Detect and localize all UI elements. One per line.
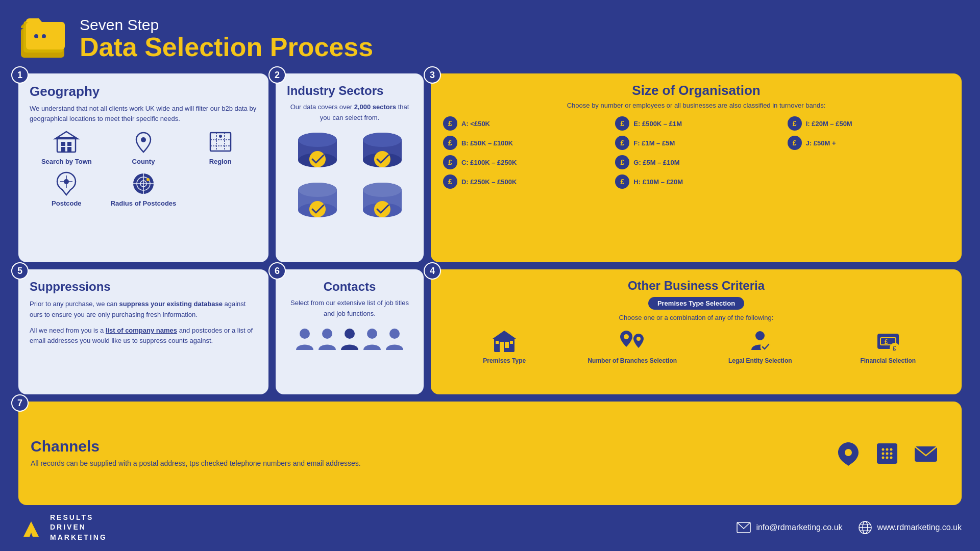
financial-icon: £ £: [875, 329, 901, 354]
svg-point-4: [42, 34, 46, 38]
step6-title: Contacts: [287, 280, 412, 294]
band-a-label: A: <£50K: [461, 120, 490, 128]
footer-website: www.rdmarketing.co.uk: [877, 523, 962, 532]
geo-item-county: County: [107, 129, 181, 165]
contacts-panel: 6 Contacts Select from our extensive lis…: [276, 269, 424, 394]
step6-desc: Select from our extensive list of job ti…: [287, 298, 412, 319]
pound-icon-h: £: [615, 174, 629, 189]
svg-point-75: [890, 452, 893, 455]
criteria-grid: Premises Type Number of Branches Selecti…: [443, 329, 949, 364]
phone-icon: [874, 440, 900, 467]
criteria-branches: Number of Branches Selection: [571, 329, 694, 364]
svg-rect-9: [67, 147, 71, 152]
svg-rect-55: [505, 342, 509, 348]
suppressions-panel: 5 Suppressions Prior to any purchase, we…: [18, 269, 268, 394]
band-h: £H: £10M – £20M: [615, 174, 777, 189]
svg-rect-57: [510, 341, 513, 344]
footer-logo: RESULTSDRIVENMARKETING: [18, 513, 107, 543]
svg-point-59: [636, 337, 641, 341]
channels-panel: 7 Channels All records can be supplied w…: [18, 402, 962, 505]
geo-county-label: County: [132, 158, 155, 165]
footer: RESULTSDRIVENMARKETING info@rdmarketing.…: [18, 512, 962, 543]
rdm-logo-icon: [18, 517, 44, 538]
band-i-label: I: £20M – £50M: [806, 120, 852, 128]
step7-desc: All records can be supplied with a posta…: [31, 458, 820, 469]
svg-marker-53: [493, 331, 516, 339]
geo-item-radius: Radius of Postcodes: [107, 170, 181, 207]
step5-highlight2: list of company names: [106, 327, 177, 334]
footer-globe-icon: [858, 520, 872, 535]
pound-icon-f: £: [615, 136, 629, 150]
geo-town-label: Search by Town: [41, 158, 92, 165]
database-check-icon-3: [292, 180, 343, 226]
pound-icon-b: £: [443, 136, 457, 150]
step7-title: Channels: [31, 438, 820, 455]
band-c: £C: £100K – £250K: [443, 155, 605, 169]
band-d-label: D: £250K – £500K: [461, 178, 517, 186]
geo-item-town: Search by Town: [30, 129, 104, 165]
band-empty-2: [788, 174, 949, 189]
svg-rect-8: [61, 147, 65, 152]
footer-contacts: info@rdmarketing.co.uk www.rdmarketing.c…: [737, 520, 962, 535]
header-title: Data Selection Process: [80, 34, 373, 60]
postal-icon: [835, 440, 862, 467]
svg-text:£: £: [885, 338, 888, 345]
person-icon-2: [317, 327, 337, 352]
header: Seven Step Data Selection Process: [18, 10, 962, 66]
criteria-legal: Legal Entity Selection: [699, 329, 822, 364]
pound-icon-e: £: [615, 116, 629, 131]
svg-point-45: [363, 183, 402, 197]
svg-point-11: [141, 137, 146, 142]
band-g-label: G: £5M – £10M: [633, 159, 679, 166]
location-icon: [130, 129, 157, 155]
step7-badge: 7: [11, 394, 29, 412]
step1-title: Geography: [30, 84, 257, 99]
geo-radius-label: Radius of Postcodes: [111, 199, 177, 207]
email-icon: [913, 440, 939, 467]
svg-point-71: [886, 448, 889, 450]
step5-highlight1: suppress your existing database: [119, 300, 223, 308]
footer-email-icon: [737, 522, 751, 533]
db-icon-3: [287, 180, 348, 226]
svg-point-60: [755, 331, 765, 340]
logo-text: RESULTSDRIVENMARKETING: [50, 513, 107, 543]
db-icon-2: [352, 130, 412, 176]
svg-point-76: [882, 456, 885, 459]
radar-icon: [130, 170, 157, 197]
legal-icon: [747, 329, 773, 354]
svg-point-49: [345, 329, 355, 339]
step2-desc: Our data covers over 2,000 sectors that …: [287, 102, 412, 123]
person-icon-4: [362, 327, 382, 352]
pound-icon-g: £: [615, 155, 629, 169]
header-subtitle: Seven Step: [80, 16, 373, 34]
pound-icon-j: £: [788, 136, 802, 150]
database-check-icon-1: [292, 130, 343, 176]
band-h-label: H: £10M – £20M: [633, 178, 683, 186]
database-check-icon-2: [357, 130, 408, 176]
premises-icon: [492, 329, 517, 354]
svg-rect-7: [67, 142, 71, 146]
map-icon: [207, 129, 234, 155]
band-d: £D: £250K – £500K: [443, 174, 605, 189]
criteria-premises: Premises Type: [443, 329, 566, 364]
svg-point-40: [298, 183, 337, 197]
step3-subtitle: Choose by number or employees or all bus…: [443, 102, 949, 109]
svg-point-77: [886, 456, 889, 459]
contacts-icons: [287, 327, 412, 352]
geo-postcode-label: Postcode: [52, 199, 82, 207]
svg-point-35: [363, 133, 402, 147]
pound-icon-d: £: [443, 174, 457, 189]
band-i: £I: £20M – £50M: [788, 116, 949, 131]
channel-icons: [835, 440, 939, 467]
branches-icon: [617, 329, 648, 354]
step2-highlight: 2,000 sectors: [354, 103, 396, 111]
svg-point-17: [219, 135, 222, 138]
band-b: £B: £50K – £100K: [443, 136, 605, 150]
geo-item-postcode: Postcode: [30, 170, 104, 207]
financial-label: Financial Selection: [860, 357, 916, 364]
svg-point-73: [882, 452, 885, 455]
step1-description: We understand that not all clients work …: [30, 104, 257, 123]
footer-website-item: www.rdmarketing.co.uk: [858, 520, 962, 535]
database-check-icon-4: [357, 180, 408, 226]
svg-point-70: [882, 448, 885, 450]
